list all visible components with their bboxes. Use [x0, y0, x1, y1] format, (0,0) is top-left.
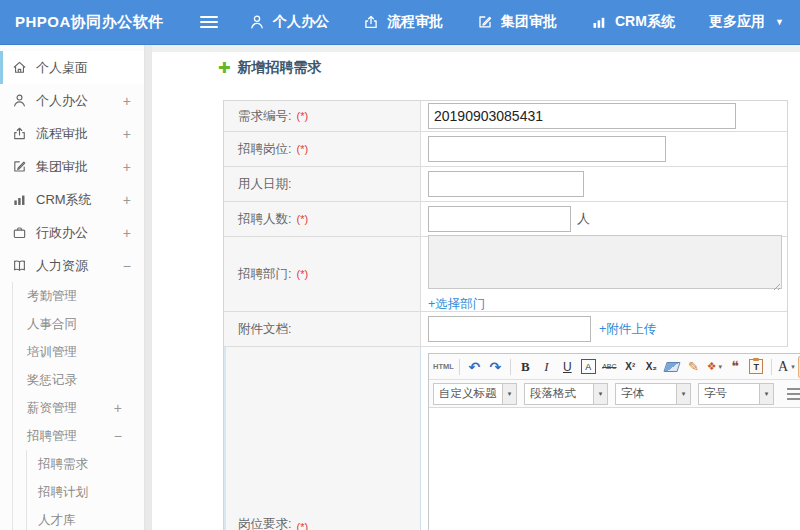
sidebar-item-label: 考勤管理: [27, 288, 77, 305]
sidebar-item-admin-office[interactable]: 行政办公 +: [0, 216, 144, 249]
nav-label: CRM系统: [615, 13, 675, 31]
hr-submenu: 考勤管理 人事合同 培训管理 奖惩记录 薪资管理 + 招聘管理 − 招聘需求: [12, 282, 144, 530]
collapse-minus-icon[interactable]: −: [114, 428, 122, 444]
nav-group-approval[interactable]: 集团审批: [460, 13, 574, 31]
sidebar-item-attendance-management[interactable]: 考勤管理: [13, 282, 144, 310]
select-value: 段落格式: [525, 386, 593, 401]
nav-workflow-approval[interactable]: 流程审批: [346, 13, 460, 31]
nav-personal-office[interactable]: 个人办公: [232, 13, 346, 31]
sidebar-item-personnel-contract[interactable]: 人事合同: [13, 310, 144, 338]
paragraph-format-select[interactable]: 段落格式 ▾: [524, 383, 608, 405]
department-textarea[interactable]: [428, 235, 782, 289]
attachment-upload-link[interactable]: +附件上传: [599, 321, 656, 338]
sidebar-item-talent-pool[interactable]: 人才库: [27, 506, 144, 530]
expand-plus-icon[interactable]: +: [123, 192, 131, 208]
format-painter-button[interactable]: ✎: [684, 357, 703, 377]
dropdown-caret-icon: ▾: [719, 363, 723, 371]
superscript-button[interactable]: X²: [621, 357, 640, 377]
recruitment-submenu: 招聘需求 招聘计划 人才库: [26, 450, 144, 530]
open-book-icon: [12, 258, 27, 273]
strikethrough-button[interactable]: ABC: [600, 357, 619, 377]
sidebar-item-workflow-approval[interactable]: 流程审批 +: [0, 117, 144, 150]
blockquote-button[interactable]: ❝: [726, 357, 745, 377]
sidebar-item-recruitment-management[interactable]: 招聘管理 −: [13, 422, 144, 450]
font-color-button[interactable]: A▾: [777, 357, 796, 377]
toolbar-separator: [510, 359, 511, 375]
expand-plus-icon[interactable]: +: [123, 126, 131, 142]
redo-icon[interactable]: ↷: [486, 357, 505, 377]
label-text: 用人日期:: [238, 176, 291, 193]
person-icon: [249, 14, 265, 30]
form-row-attachment: 附件文档: +附件上传: [224, 312, 787, 347]
sidebar-item-personal-office[interactable]: 个人办公 +: [0, 84, 144, 117]
sidebar-item-label: 培训管理: [27, 344, 77, 361]
sidebar-item-label: 人事合同: [27, 316, 77, 333]
form-row-position: 招聘岗位: (*): [224, 132, 787, 167]
color-format-button[interactable]: ❖▾: [705, 357, 724, 377]
required-mark: (*): [296, 143, 308, 155]
field-label: 需求编号: (*): [224, 101, 421, 131]
request-number-input[interactable]: [428, 103, 736, 129]
expand-plus-icon[interactable]: +: [123, 159, 131, 175]
sidebar-item-recruitment-request[interactable]: 招聘需求: [27, 450, 144, 478]
expand-plus-icon[interactable]: +: [114, 400, 122, 416]
boxed-a-icon: A: [581, 359, 596, 374]
hire-date-input[interactable]: [428, 171, 584, 197]
custom-title-select[interactable]: 自定义标题 ▾: [433, 383, 517, 405]
briefcase-icon: [12, 225, 27, 240]
nav-more-apps[interactable]: 更多应用 ▼: [692, 13, 800, 31]
sidebar-item-label: 人力资源: [36, 257, 88, 275]
paste-as-text-button[interactable]: T: [747, 357, 766, 377]
nav-label: 流程审批: [387, 13, 443, 31]
bar-chart-icon: [591, 14, 607, 30]
sidebar-item-reward-punishment[interactable]: 奖惩记录: [13, 366, 144, 394]
sidebar-scrollbar[interactable]: [145, 45, 152, 530]
eraser-button[interactable]: [663, 357, 682, 377]
hamburger-menu-icon[interactable]: [200, 16, 218, 31]
sidebar-item-human-resources[interactable]: 人力资源 −: [0, 249, 144, 282]
sidebar-item-label: 招聘计划: [38, 484, 88, 501]
bold-button[interactable]: B: [516, 357, 535, 377]
expand-plus-icon[interactable]: +: [123, 93, 131, 109]
headcount-unit: 人: [577, 210, 590, 228]
attachment-input[interactable]: [428, 316, 591, 342]
sidebar-item-label: 个人桌面: [36, 59, 88, 77]
expand-plus-icon[interactable]: +: [123, 225, 131, 241]
nav-crm-system[interactable]: CRM系统: [574, 13, 692, 31]
subscript-button[interactable]: X₂: [642, 357, 661, 377]
html-source-button[interactable]: HTML: [433, 357, 454, 377]
label-text: 招聘岗位:: [238, 141, 291, 158]
field-label: 招聘岗位: (*): [224, 132, 421, 166]
undo-icon[interactable]: ↶: [465, 357, 484, 377]
toolbar-separator: [459, 359, 460, 375]
dropdown-caret-icon: ▾: [791, 363, 795, 371]
font-family-select[interactable]: 字体 ▾: [615, 383, 691, 405]
sidebar-item-label: 行政办公: [36, 224, 88, 242]
editor-content-area[interactable]: [429, 408, 800, 530]
sidebar-item-personal-desktop[interactable]: 个人桌面: [0, 51, 144, 84]
toolbar-separator: [771, 359, 772, 375]
nav-label: 更多应用: [709, 13, 765, 31]
form-row-department: 招聘部门: (*) +选择部门: [224, 237, 787, 312]
collapse-minus-icon[interactable]: −: [123, 258, 131, 274]
field-label: 招聘部门: (*): [224, 237, 421, 311]
edit-square-icon: [477, 14, 493, 30]
sidebar-item-salary-management[interactable]: 薪资管理 +: [13, 394, 144, 422]
font-size-select[interactable]: 字号 ▾: [698, 383, 774, 405]
headcount-input[interactable]: [428, 206, 571, 232]
sidebar-item-training-management[interactable]: 培训管理: [13, 338, 144, 366]
field-label: 用人日期:: [224, 167, 421, 201]
sidebar-item-recruitment-plan[interactable]: 招聘计划: [27, 478, 144, 506]
select-department-link[interactable]: +选择部门: [428, 296, 485, 313]
align-left-icon[interactable]: [787, 388, 800, 400]
sidebar-item-label: 流程审批: [36, 125, 88, 143]
sidebar-item-label: 奖惩记录: [27, 372, 77, 389]
underline-button[interactable]: U: [558, 357, 577, 377]
alignment-buttons: [787, 388, 800, 400]
font-border-button[interactable]: A: [579, 357, 598, 377]
sidebar-item-group-approval[interactable]: 集团审批 +: [0, 150, 144, 183]
position-input[interactable]: [428, 136, 666, 162]
italic-button[interactable]: I: [537, 357, 556, 377]
sidebar-item-crm-system[interactable]: CRM系统 +: [0, 183, 144, 216]
app-window: PHPOA协同办公软件 个人办公 流程审批 集团审批 CRM系统 更多应用 ▼: [0, 0, 800, 530]
